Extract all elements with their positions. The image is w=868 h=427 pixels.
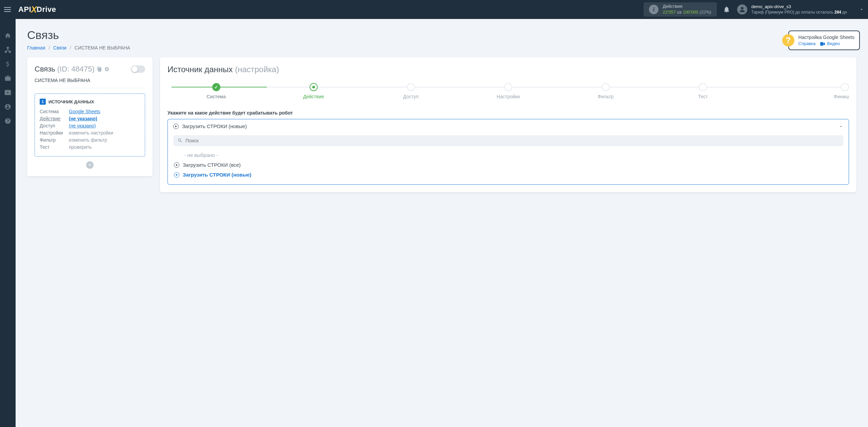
- step-filter[interactable]: Фильтр: [557, 83, 654, 99]
- logo[interactable]: APIXDrive: [18, 4, 56, 15]
- menu-toggle[interactable]: [4, 5, 12, 14]
- selected-value: Загрузить СТРОКИ (новые): [182, 123, 247, 129]
- option-none[interactable]: - не выбрано -: [173, 150, 843, 160]
- chevron-up-icon: [839, 124, 843, 129]
- sidebar-home[interactable]: [1, 29, 15, 42]
- step-action[interactable]: Действие: [265, 83, 362, 99]
- connection-toggle[interactable]: [131, 65, 145, 73]
- stepper: Система Действие Доступ Настройки Фильтр…: [167, 83, 849, 99]
- data-source-box: 1 ИСТОЧНИК ДАННЫХ СистемаGoogle Sheets Д…: [35, 94, 145, 157]
- option-new-rows[interactable]: Загрузить СТРОКИ (новые): [173, 170, 843, 180]
- step-access[interactable]: Доступ: [362, 83, 459, 99]
- sidebar: [0, 19, 16, 202]
- actions-pct: (22%): [699, 9, 711, 15]
- connection-summary-card: Связь (ID: 48475) СИСТЕМА НЕ ВЫБРАНА 1 И…: [27, 57, 153, 176]
- step-finish[interactable]: Финиш: [752, 83, 849, 99]
- avatar-icon: [737, 4, 747, 15]
- option-all-rows[interactable]: Загрузить СТРОКИ (все): [173, 160, 843, 170]
- user-name: demo_apix-drive_s3: [751, 4, 847, 10]
- breadcrumb: Главная / Связи / СИСТЕМА НЕ ВЫБРАНА: [27, 45, 856, 50]
- user-menu[interactable]: demo_apix-drive_s3 Тариф |Премиум PRO| д…: [737, 4, 864, 15]
- sidebar-briefcase[interactable]: [1, 72, 15, 85]
- chevron-down-icon[interactable]: [859, 7, 864, 12]
- crumb-home[interactable]: Главная: [27, 45, 45, 50]
- actions-label: Действия:: [663, 4, 711, 9]
- page-title: Связь: [27, 28, 856, 42]
- action-dropdown: Загрузить СТРОКИ (новые) - не выбрано - …: [167, 119, 849, 185]
- src-test[interactable]: проверить: [69, 144, 92, 150]
- sidebar-billing[interactable]: [1, 58, 15, 70]
- search-input[interactable]: [185, 138, 839, 143]
- step-settings[interactable]: Настройки: [459, 83, 557, 99]
- help-title: Настройка Google Sheets: [798, 35, 854, 40]
- dropdown-toggle[interactable]: Загрузить СТРОКИ (новые): [168, 119, 849, 133]
- step-test[interactable]: Тест: [654, 83, 752, 99]
- help-video-link[interactable]: Видео: [827, 41, 840, 46]
- src-settings[interactable]: изменить настройки: [69, 130, 113, 136]
- svg-point-0: [741, 7, 743, 9]
- configuration-card: Источник данных (настройка) Система Дейс…: [160, 57, 856, 192]
- dropdown-search[interactable]: [173, 135, 843, 146]
- section-subtitle: (настройка): [235, 65, 279, 74]
- play-icon: [174, 172, 179, 178]
- main-content: Связь Главная / Связи / СИСТЕМА НЕ ВЫБРА…: [16, 19, 868, 202]
- help-reference-link[interactable]: Справка: [798, 41, 816, 46]
- crumb-current: СИСТЕМА НЕ ВЫБРАНА: [75, 45, 130, 50]
- action-field-label: Укажите на какое действие будет срабатыв…: [167, 110, 849, 116]
- play-icon: [174, 162, 179, 168]
- sidebar-profile[interactable]: [1, 100, 15, 113]
- conn-title: Связь: [35, 65, 55, 74]
- actions-total: 100'000: [683, 9, 698, 15]
- sidebar-connections[interactable]: [1, 43, 15, 56]
- src-system[interactable]: Google Sheets: [69, 109, 100, 114]
- conn-subtitle: СИСТЕМА НЕ ВЫБРАНА: [35, 78, 145, 88]
- help-icon[interactable]: ?: [782, 34, 794, 46]
- info-icon: i: [649, 5, 658, 14]
- actions-current: 22'057: [663, 9, 676, 15]
- play-icon: [173, 124, 179, 129]
- source-badge: 1: [40, 99, 46, 105]
- conn-id: (ID: 48475): [57, 65, 95, 74]
- crumb-connections[interactable]: Связи: [53, 45, 66, 50]
- gear-icon[interactable]: [104, 66, 110, 72]
- src-filter[interactable]: изменить фильтр: [69, 137, 107, 143]
- top-header: APIXDrive i Действия: 22'057 из 100'000 …: [0, 0, 868, 19]
- actions-of: из: [677, 9, 682, 15]
- section-title: Источник данных: [167, 65, 233, 74]
- user-tariff: Тариф |Премиум PRO| до оплаты осталось 2…: [751, 10, 847, 15]
- svg-rect-1: [820, 42, 823, 46]
- source-head: ИСТОЧНИК ДАННЫХ: [48, 99, 94, 104]
- copy-icon[interactable]: [97, 66, 102, 72]
- video-icon: [820, 41, 826, 46]
- add-destination-button[interactable]: +: [86, 161, 94, 169]
- step-system[interactable]: Система: [167, 83, 265, 99]
- help-bubble: ? Настройка Google Sheets Справка Видео: [788, 30, 860, 50]
- bell-icon[interactable]: [723, 6, 730, 13]
- actions-counter[interactable]: i Действия: 22'057 из 100'000 (22%): [644, 2, 716, 17]
- src-access[interactable]: (не указано): [69, 123, 96, 128]
- src-action[interactable]: (не указано): [69, 116, 97, 121]
- sidebar-help[interactable]: [1, 115, 15, 127]
- sidebar-video[interactable]: [1, 86, 15, 99]
- search-icon: [177, 138, 183, 143]
